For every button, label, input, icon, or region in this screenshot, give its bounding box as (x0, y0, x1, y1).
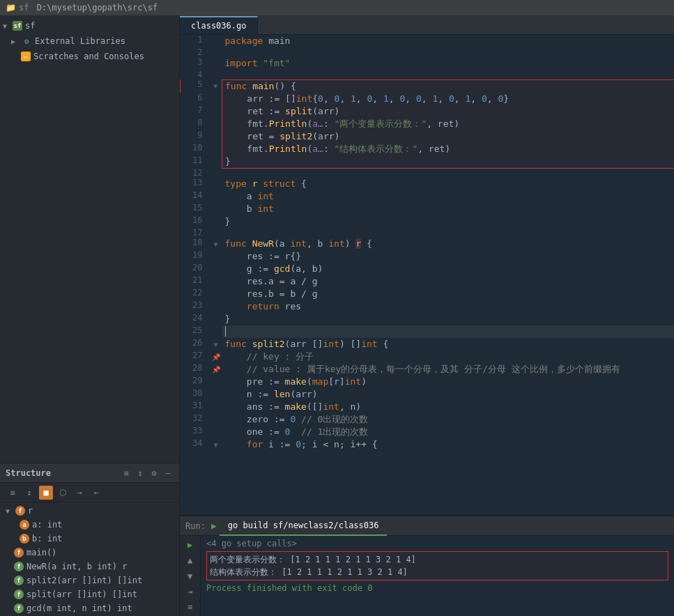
table-row: 8 fmt.Println(a…: "两个变量表示分数：", ret) (181, 118, 675, 130)
line-content-10: fmt.Println(a…: "结构体表示分数：", ret) (222, 143, 675, 155)
struct-icon-right[interactable]: → (72, 486, 86, 500)
line-gutter-22 (210, 288, 222, 300)
line-num-27: 27 (181, 351, 210, 363)
struct-icon-list[interactable]: ≡ (6, 486, 20, 500)
line-num-24: 24 (181, 313, 210, 325)
line-gutter-13 (210, 178, 222, 190)
line-gutter-7 (210, 105, 222, 118)
line-content-7: ret := split(arr) (222, 105, 675, 118)
run-tab-build[interactable]: go build sf/newclass2/class036 (220, 516, 388, 536)
code-scroll[interactable]: 1 package main 2 3 (180, 35, 674, 515)
run-wrap-btn[interactable]: ⇥ (183, 585, 197, 598)
struct-arrow-r: ▼ (6, 507, 14, 515)
line-gutter-8 (210, 118, 222, 130)
top-bar-path: sf D:\mysetup\gopath\src\sf (19, 3, 160, 13)
run-down-btn[interactable]: ▼ (183, 569, 197, 582)
struct-label-split: split(arr []int) []int (26, 590, 137, 599)
line-content-12 (222, 168, 675, 178)
struct-item-newr[interactable]: f NewR(a int, b int) r (0, 560, 179, 573)
struct-item-a[interactable]: a a: int (0, 518, 179, 532)
line-num-18: 18 (181, 238, 210, 250)
line-content-34: for i := 0; i < n; i++ { (222, 438, 675, 451)
line-gutter-29 (210, 376, 222, 388)
table-row: 32 zero := 0 // 0出现的次数 (181, 413, 675, 426)
fold-arrow-26[interactable]: ▼ (213, 341, 217, 348)
fold-arrow-18[interactable]: ▼ (213, 240, 217, 248)
tab-class036[interactable]: class036.go (180, 16, 258, 34)
struct-badge-main: f (14, 548, 24, 557)
line-gutter-2 (210, 47, 222, 57)
run-up-btn[interactable]: ▲ (183, 554, 197, 567)
line-content-30: n := len(arr) (222, 388, 675, 401)
line-num-5: 5 (181, 79, 210, 93)
struct-icon-sort[interactable]: ↕ (22, 486, 36, 500)
table-row: 9 ret = split2(arr) (181, 130, 675, 143)
fold-arrow-34[interactable]: ▼ (213, 441, 217, 449)
structure-panel: Structure ≡ ↕ ⚙ — ≡ ↕ ■ ⬡ → ← ▼ (0, 463, 179, 616)
table-row: 33 one := 0 // 1出现的次数 (181, 426, 675, 438)
line-num-7: 7 (181, 105, 210, 118)
table-row: 14 a int (181, 190, 675, 203)
run-result-block: 两个变量表示分数： [1 2 1 1 1 2 1 1 3 2 1 4] 结构体表… (206, 551, 668, 580)
sidebar-sf-label: sf (25, 21, 35, 31)
table-row: 1 package main (181, 35, 675, 47)
tree-arrow-sf: ▼ (3, 22, 11, 30)
line-num-15: 15 (181, 203, 210, 215)
table-row: 16 } (181, 215, 675, 228)
line-num-9: 9 (181, 130, 210, 143)
struct-badge-split2: f (14, 576, 24, 585)
sort-alpha-btn[interactable]: ≡ (121, 468, 132, 479)
line-num-3: 3 (181, 57, 210, 70)
line-gutter-34: ▼ (210, 438, 222, 451)
struct-icon-fields[interactable]: ■ (39, 486, 53, 500)
line-num-6: 6 (181, 93, 210, 105)
run-sidebar: ▶ ▲ ▼ ⇥ ≡ (180, 536, 201, 616)
struct-label-main: main() (26, 548, 56, 557)
sort-order-btn[interactable]: ↕ (135, 468, 146, 479)
table-row: 10 fmt.Println(a…: "结构体表示分数：", ret) (181, 143, 675, 155)
line-gutter-31 (210, 401, 222, 413)
struct-badge-newr: f (14, 562, 24, 571)
run-play-btn[interactable]: ▶ (183, 539, 197, 551)
top-bar: 📁 sf D:\mysetup\gopath\src\sf (0, 0, 674, 15)
struct-icon-left[interactable]: ← (89, 486, 103, 500)
struct-item-split[interactable]: f split(arr []int) []int (0, 587, 179, 601)
line-gutter-15 (210, 203, 222, 215)
line-num-32: 32 (181, 413, 210, 426)
run-filter-btn[interactable]: ≡ (183, 601, 197, 613)
line-content-11: } (222, 155, 675, 169)
struct-item-gcd[interactable]: f gcd(m int, n int) int (0, 601, 179, 615)
line-content-17 (222, 228, 675, 238)
line-gutter-27: 📌 (210, 351, 222, 363)
line-num-21: 21 (181, 275, 210, 288)
struct-item-b[interactable]: b b: int (0, 532, 179, 546)
close-structure-btn[interactable]: — (162, 468, 174, 479)
line-num-11: 11 (181, 155, 210, 169)
table-row: 21 res.a = a / g (181, 275, 675, 288)
line-gutter-18: ▼ (210, 238, 222, 250)
struct-icon-methods[interactable]: ⬡ (56, 486, 70, 500)
struct-badge-split: f (14, 590, 24, 599)
line-content-3: import "fmt" (222, 57, 675, 70)
line-num-33: 33 (181, 426, 210, 438)
struct-item-main[interactable]: f main() (0, 546, 179, 560)
folder-icon: 📁 (6, 3, 16, 13)
table-row: 23 return res (181, 300, 675, 313)
table-row: 13 type r struct { (181, 178, 675, 190)
sidebar-ext-label: External Libraries (35, 36, 125, 46)
line-gutter-10 (210, 143, 222, 155)
fold-arrow-5[interactable]: ▼ (213, 82, 217, 90)
structure-icons: ≡ ↕ ■ ⬡ → ← (0, 483, 179, 502)
table-row: 30 n := len(arr) (181, 388, 675, 401)
sidebar-item-ext[interactable]: ▶ ⚙ External Libraries (0, 33, 179, 49)
line-content-9: ret = split2(arr) (222, 130, 675, 143)
code-editor[interactable]: 1 package main 2 3 (180, 35, 674, 515)
sidebar-item-scratches[interactable]: ✏ Scratches and Consoles (0, 49, 179, 64)
settings-btn[interactable]: ⚙ (148, 468, 160, 479)
struct-item-r[interactable]: ▼ f r (0, 504, 179, 518)
line-num-16: 16 (181, 215, 210, 228)
sidebar-item-sf[interactable]: ▼ sf sf (0, 18, 179, 33)
table-row: 18 ▼ func NewR(a int, b int) r { (181, 238, 675, 250)
struct-item-split2[interactable]: f split2(arr []int) []int (0, 573, 179, 587)
struct-label-gcd: gcd(m int, n int) int (26, 603, 132, 613)
